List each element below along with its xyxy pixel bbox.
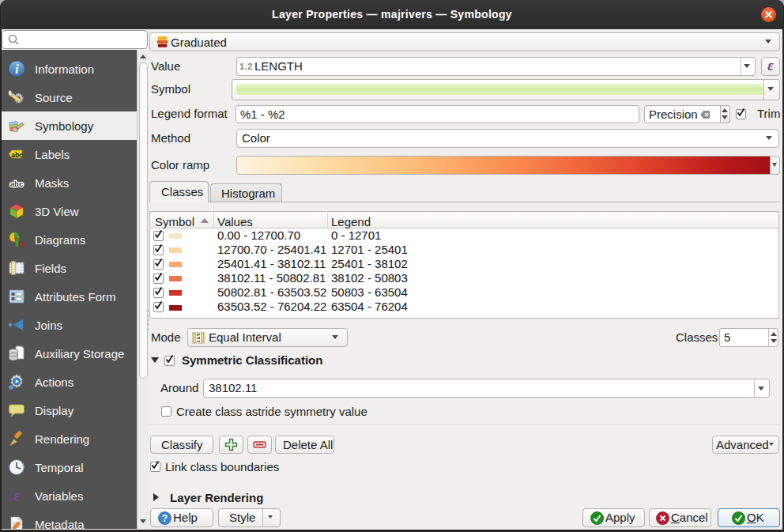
svg-text:ε: ε: [13, 487, 21, 504]
svg-text:abc: abc: [10, 179, 23, 188]
svg-text:?: ?: [162, 513, 168, 524]
svg-text:abc: abc: [11, 151, 23, 159]
svg-text:i: i: [15, 62, 19, 76]
